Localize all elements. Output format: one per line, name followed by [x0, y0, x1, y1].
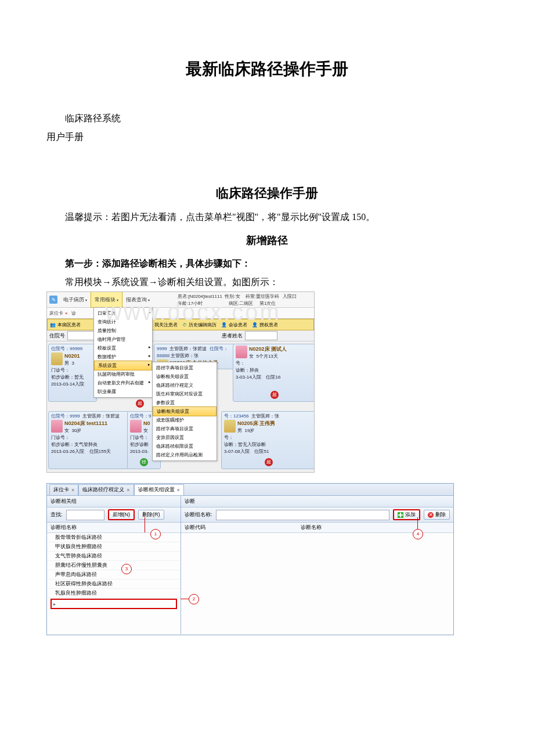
- avatar-icon: [236, 345, 247, 358]
- diag-list: [181, 533, 453, 634]
- list-item[interactable]: 社区获得性肺炎临床路径: [47, 579, 181, 589]
- menu-data-maint[interactable]: 数据维护: [94, 352, 152, 361]
- screenshot-diag-group: 床位卡× 临床路径疗程定义× 诊断相关组设置× 诊断相关组 查找: 新增(N) …: [46, 483, 454, 635]
- col-diag-code: 诊断代码: [185, 524, 301, 531]
- subtitle-manual: 用户手册: [46, 128, 488, 146]
- plus-icon: [398, 512, 403, 518]
- page-title: 最新临床路径操作手册: [46, 58, 488, 80]
- tab-bed-card[interactable]: 床位卡×: [49, 484, 78, 495]
- col-diag-name: 诊断名称: [301, 524, 450, 531]
- submenu-diag-group[interactable]: 诊断相关组设置: [153, 372, 217, 381]
- callout-1: 1: [150, 529, 161, 539]
- patient-card[interactable]: 住院号：9999 主管医师：张碧波 N0204床 test1111 女 30岁 …: [48, 411, 129, 469]
- avatar-icon: [51, 420, 63, 433]
- status-badge-icon: 径: [140, 458, 148, 466]
- tab-diag-group-settings[interactable]: 诊断相关组设置×: [134, 484, 184, 495]
- step1-heading: 第一步：添加路径诊断相关，具体步骤如下：: [46, 254, 488, 273]
- list-item[interactable]: 支气管肺炎临床路径: [47, 552, 181, 561]
- consult-patients-button[interactable]: 👤会诊患者: [221, 322, 247, 328]
- screenshot-menu: www.docx.com ✎ 电子病历▾ 常用模块▾ 报表查询▾ 患者:[N02…: [46, 291, 315, 473]
- menu-antibiotic[interactable]: 抗菌药物用药审批: [94, 370, 152, 379]
- patient-name-input[interactable]: [245, 331, 277, 340]
- ward-patients-button[interactable]: 👥本病区患者: [50, 322, 81, 328]
- diag-group-list: 股骨颈骨折临床路径 甲状腺良性肿瘤路径 支气管肺炎临床路径 胆囊结石伴慢性胆囊炎…: [47, 533, 181, 634]
- menu-quality[interactable]: 质量控制: [94, 326, 152, 335]
- right-panel-title: 诊断: [181, 496, 453, 507]
- submenu-dict2[interactable]: 路径字典项目设置: [153, 424, 217, 433]
- history-edit-button[interactable]: ⏱历史编辑病历: [182, 322, 217, 328]
- left-panel-title: 诊断相关组: [47, 496, 181, 507]
- patient-card[interactable]: 号：123456 主管医师：张 N0205床 王伟男 男 19岁 号： 诊断：暂…: [221, 411, 315, 469]
- menu-temp-user[interactable]: 临时用户管理: [94, 335, 152, 344]
- callout-2: 2: [189, 594, 199, 604]
- submenu-diag-group-hl[interactable]: 诊断相关组设置: [153, 406, 217, 416]
- list-item[interactable]: 甲状腺良性肿瘤路径: [47, 542, 181, 552]
- submenu-path-def[interactable]: 临床路径疗程定义: [153, 381, 217, 390]
- admission-no-label: 住院号: [49, 332, 65, 340]
- status-badge-icon: 超: [270, 391, 279, 399]
- menu-query-stats[interactable]: 查询统计: [94, 318, 152, 326]
- patient-card[interactable]: N0202床 测试人 女 5个月13天 号： 诊断：肺炎 3-03-14入院 住…: [233, 344, 315, 402]
- diag-name-label: 诊断组名称:: [185, 511, 212, 519]
- status-badge-icon: 超: [136, 399, 144, 408]
- tab-path-def[interactable]: 临床路径疗程定义×: [78, 484, 134, 495]
- tab-diag[interactable]: 诊: [71, 310, 76, 316]
- submenu-variance[interactable]: 变异原因设置: [153, 433, 217, 442]
- avatar-icon: [224, 420, 236, 433]
- tip-text: 温馨提示：若图片无法看清，点击菜单栏"视图"，将"显示比例"设置成 150。: [46, 208, 488, 226]
- auth-patients-button[interactable]: 👤授权患者: [252, 322, 278, 328]
- list-item[interactable]: 胆囊结石伴慢性胆囊炎: [47, 561, 181, 570]
- menu-occupational[interactable]: 职业暴露: [94, 387, 152, 396]
- avatar-icon: [130, 420, 142, 433]
- submenu-perm[interactable]: 临床路径权限设置: [153, 442, 217, 451]
- search-label: 查找:: [50, 511, 63, 519]
- submenu-param[interactable]: 参数设置: [153, 398, 217, 407]
- diag-name-input[interactable]: [216, 510, 389, 520]
- submenu-advice[interactable]: 成套医嘱维护: [153, 416, 217, 424]
- menu-app[interactable]: 电子病历▾: [60, 292, 91, 307]
- avatar-icon: [51, 352, 63, 365]
- system-settings-submenu: 路径字典项目设置 诊断相关组设置 临床路径疗程定义 医生科室病区对应设置 参数设…: [152, 362, 217, 461]
- submenu-dict[interactable]: 路径字典项目设置: [153, 363, 217, 372]
- menu-daily-work[interactable]: 日常工作: [94, 309, 152, 318]
- add-button[interactable]: 添加: [393, 509, 420, 520]
- list-item[interactable]: 声带息肉临床路径: [47, 570, 181, 579]
- callout-4: 4: [413, 529, 423, 539]
- menu-report-query[interactable]: 报表查询▾: [122, 292, 153, 307]
- patient-card[interactable]: 住院号：99999 N0201 男 3 门诊号： 初步诊断：暂无 2013-03…: [48, 344, 97, 402]
- section-newpath: 新增路径: [46, 233, 488, 247]
- search-input[interactable]: [66, 510, 104, 520]
- app-logo-icon: ✎: [49, 296, 57, 304]
- patient-name-label: 患者姓名: [222, 332, 243, 340]
- section-subtitle: 临床路径操作手册: [46, 185, 488, 202]
- callout-3: 3: [121, 564, 132, 574]
- menu-system-settings[interactable]: 系统设置: [94, 361, 152, 370]
- list-item[interactable]: 乳腺良性肿瘤路径: [47, 589, 181, 598]
- subtitle-system: 临床路径系统: [46, 109, 488, 128]
- patient-info: 患者:[N0204]test1111 性别:女 科室:重症医学科 入院日 年龄:…: [178, 293, 297, 307]
- delete-button[interactable]: 删除(R): [138, 510, 164, 520]
- step1-text: 常用模块→系统设置→诊断相关组设置。如图所示：: [46, 273, 488, 291]
- menu-common-modules[interactable]: 常用模块▾: [91, 291, 122, 308]
- submenu-drug[interactable]: 路径定义停用药品检测: [153, 451, 217, 459]
- new-row-input[interactable]: ▸: [50, 599, 177, 609]
- tab-bed-card[interactable]: 床位卡×: [49, 310, 68, 316]
- menu-auto-update[interactable]: 自动更新文件列表创建: [94, 379, 152, 387]
- common-modules-menu: 日常工作 查询统计 质量控制 临时用户管理 模板设置 数据维护 系统设置 抗菌药…: [93, 307, 153, 398]
- menu-template[interactable]: 模板设置: [94, 344, 152, 352]
- close-icon: ✕: [428, 512, 434, 518]
- status-badge-icon: 超: [265, 458, 273, 466]
- delete-diagnosis-button[interactable]: ✕ 删除: [424, 510, 450, 520]
- submenu-ward-map[interactable]: 医生科室病区对应设置: [153, 390, 217, 398]
- new-button[interactable]: 新增(N): [108, 509, 135, 520]
